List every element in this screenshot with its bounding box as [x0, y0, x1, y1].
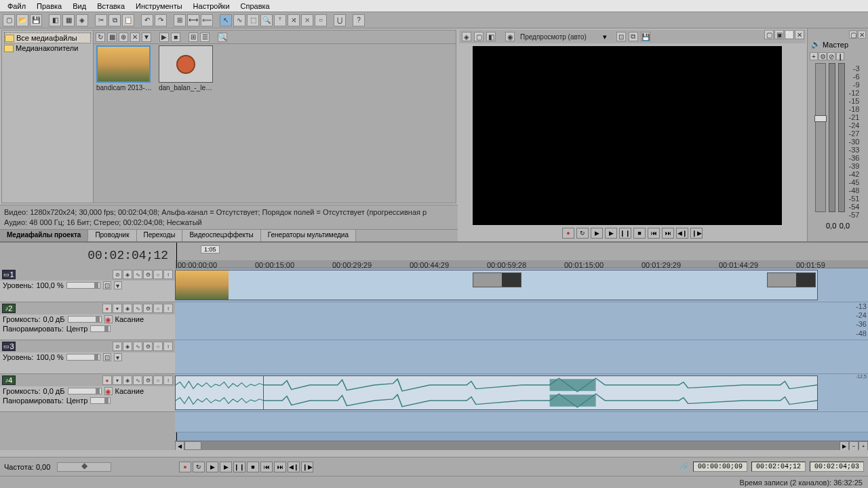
comp-icon[interactable]: ⊡	[103, 281, 111, 289]
menu-settings[interactable]: Настройки	[189, 1, 235, 12]
go-start-icon[interactable]: ⏮	[648, 228, 660, 239]
vol-slider[interactable]	[68, 316, 102, 323]
filter-icon[interactable]: ▼	[142, 33, 151, 42]
ext-mon-icon[interactable]: ▢	[474, 32, 484, 41]
close-icon[interactable]: ✕	[795, 30, 804, 39]
track-header-1[interactable]: ▭1 ⊘ ◈ ∿ ⚙ ○ ! Уровень: 100,0 % ⊡ ▾	[0, 268, 175, 302]
pause-icon[interactable]: ❙❙	[619, 228, 631, 239]
menu-view[interactable]: Вид	[68, 1, 91, 12]
refresh-icon[interactable]: ↻	[96, 33, 105, 42]
list-icon[interactable]: ☰	[200, 33, 210, 42]
comp-icon[interactable]: ⊡	[103, 353, 111, 361]
stop-icon[interactable]: ■	[633, 228, 646, 239]
clip-segment[interactable]	[473, 272, 521, 287]
lock-icon[interactable]: ○	[315, 14, 327, 26]
view-icon[interactable]: ▦	[107, 33, 117, 42]
text-tool-icon[interactable]: ᵀ	[274, 14, 286, 26]
solo-icon[interactable]: !	[163, 375, 173, 385]
automation-icon[interactable]: ∿	[133, 304, 142, 313]
solo-icon[interactable]: !	[163, 270, 173, 279]
next-frame-icon[interactable]: ❙▶	[690, 228, 703, 239]
mixer-btn4[interactable]: ❙	[836, 52, 844, 60]
pan-slider[interactable]	[90, 397, 111, 404]
menu-edit[interactable]: Правка	[32, 1, 66, 12]
solo-icon[interactable]: !	[163, 304, 173, 313]
zoom-in-icon[interactable]: +	[859, 441, 868, 450]
new-icon[interactable]: ▢	[3, 14, 15, 26]
mixer-mute-icon[interactable]: ⊘	[827, 52, 835, 60]
menu-tools[interactable]: Инструменты	[131, 1, 187, 12]
mute-icon[interactable]: ○	[153, 304, 163, 313]
play-start-icon[interactable]: ▶	[206, 462, 218, 472]
tab-videofx[interactable]: Видеоспецэффекты	[182, 230, 260, 241]
go-end-icon[interactable]: ⏭	[274, 462, 286, 472]
max-icon[interactable]: ⬜	[785, 30, 794, 39]
mute-icon[interactable]: ○	[153, 375, 163, 385]
bypass-icon[interactable]: ⊘	[113, 342, 122, 351]
bypass-icon[interactable]: ⊘	[113, 270, 122, 279]
select-icon[interactable]: ⬚	[247, 14, 259, 26]
video-clip[interactable]	[175, 270, 818, 300]
mute-icon[interactable]: ○	[153, 342, 163, 351]
track-fx-icon[interactable]: ◈	[123, 375, 132, 385]
quality-icon[interactable]: ◉	[505, 32, 515, 41]
paste-icon[interactable]: 📋	[122, 14, 134, 26]
timeline-content[interactable]: 1:05 00:00:00;00 00:00:15;00 00:00:29;29…	[175, 243, 868, 450]
mixer-btn1[interactable]: +	[810, 52, 818, 60]
mixer-btn2[interactable]: ⚙	[818, 52, 827, 60]
go-start-icon[interactable]: ⏮	[260, 462, 273, 472]
go-end-icon[interactable]: ⏭	[662, 228, 674, 239]
menu-file[interactable]: Файл	[3, 1, 31, 12]
track-header-2[interactable]: ♪2 ● ▾ ◈ ∿ ⚙ ○ ! Громкость: 0,0 дБ ◉ Кас…	[0, 302, 175, 340]
shuffle-icon[interactable]: ⤨	[288, 14, 300, 26]
track-lane-2[interactable]: -13-24-36-48	[175, 302, 868, 340]
fader[interactable]	[815, 63, 826, 212]
audio-clip[interactable]	[263, 375, 818, 410]
crossfade-icon[interactable]: ⤫	[301, 14, 313, 26]
stop-icon[interactable]: ■	[247, 462, 259, 472]
gear-icon[interactable]: ⚙	[143, 375, 153, 385]
tab-transitions[interactable]: Переходы	[137, 230, 183, 241]
close-icon[interactable]: ✕	[858, 30, 866, 39]
media-item-audio[interactable]: dan_balan_-_len...	[159, 45, 214, 93]
zoom-out-icon[interactable]: −	[849, 441, 859, 450]
search-icon[interactable]: 🔍	[218, 33, 227, 42]
tab-generators[interactable]: Генераторы мультимедиа	[261, 230, 356, 241]
grid-icon[interactable]: ⊞	[189, 33, 198, 42]
gear-icon[interactable]: ⚙	[143, 304, 153, 313]
automation-icon[interactable]: ∿	[133, 375, 142, 385]
level-slider[interactable]	[66, 354, 100, 361]
split-icon[interactable]: ◧	[486, 32, 496, 41]
input-icon[interactable]: ▾	[113, 304, 122, 313]
scroll-left-icon[interactable]: ◀	[175, 441, 184, 450]
touch-icon[interactable]: ◉	[104, 315, 113, 323]
solo-icon[interactable]: !	[163, 342, 173, 351]
tree-all-media[interactable]: Все медиафайлы	[4, 33, 91, 43]
save-icon[interactable]: 💾	[30, 14, 42, 26]
scroll-right-icon[interactable]: ▶	[840, 441, 849, 450]
timecode-display[interactable]: 00:02:04;12	[0, 243, 175, 268]
tc-selection-start[interactable]: 00:00:00;09	[693, 462, 747, 472]
help-icon[interactable]: ?	[353, 14, 365, 26]
play-icon[interactable]: ▶	[159, 33, 169, 42]
play-icon[interactable]: ▶	[605, 228, 617, 239]
automation-icon[interactable]: ∿	[133, 270, 142, 279]
play-icon[interactable]: ▶	[220, 462, 232, 472]
mute-icon[interactable]: ○	[153, 270, 163, 279]
track-header-3[interactable]: ▭3 ⊘ ◈ ∿ ⚙ ○ ! Уровень: 100,0 % ⊡ ▾	[0, 340, 175, 374]
link-icon[interactable]: 🔗	[679, 462, 689, 471]
loop-icon[interactable]: ↻	[193, 462, 205, 472]
loop-icon[interactable]: ↻	[576, 228, 589, 239]
marker[interactable]: 1:05	[201, 245, 220, 253]
media-item-video[interactable]: bandicam 2013-08...	[96, 45, 152, 93]
menu-insert[interactable]: Вставка	[92, 1, 130, 12]
prev-frame-icon[interactable]: ◀❙	[676, 228, 688, 239]
scrub-slider[interactable]: ◆	[57, 462, 111, 472]
track-lane-empty[interactable]	[175, 412, 868, 432]
undo-icon[interactable]: ↶	[141, 14, 153, 26]
record-icon[interactable]: ●	[562, 228, 574, 239]
import-icon[interactable]: ⊕	[119, 33, 128, 42]
track-lane-3[interactable]	[175, 340, 868, 374]
overlay-icon[interactable]: ⊡	[616, 32, 626, 41]
copy-icon[interactable]: ⧉	[108, 14, 121, 26]
